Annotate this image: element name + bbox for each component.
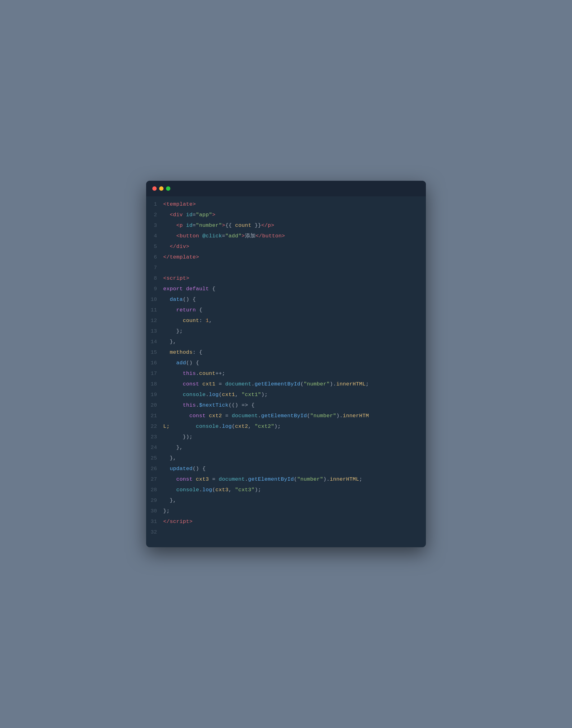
line-number: 3 <box>146 223 163 228</box>
token: </ <box>170 244 176 249</box>
line-content: <script> <box>163 274 189 283</box>
token: 添加 <box>245 233 256 239</box>
line-content: const cxt1 = document.getElementById("nu… <box>163 380 369 388</box>
token: < <box>170 212 173 218</box>
token: 1 <box>202 318 209 323</box>
line-number: 13 <box>146 328 163 334</box>
line-content: }, <box>163 454 176 462</box>
line-number: 17 <box>146 370 163 376</box>
token: < <box>176 223 180 228</box>
code-line: 25 }, <box>146 453 426 464</box>
token: p <box>268 223 271 228</box>
code-line: 27 const cxt3 = document.getElementById(… <box>146 475 426 485</box>
line-number: 7 <box>146 265 163 271</box>
token <box>163 392 183 398</box>
token: cxt2 <box>235 423 248 429</box>
token: ); <box>261 392 268 398</box>
line-content: return { <box>163 306 202 314</box>
token: }); <box>183 434 193 440</box>
line-content: }; <box>163 507 170 515</box>
token: getElementById <box>248 476 294 482</box>
token: () { <box>193 466 206 472</box>
line-number: 19 <box>146 392 163 398</box>
line-content: updated() { <box>163 465 206 473</box>
token: }; <box>176 328 183 334</box>
line-content: count: 1, <box>163 316 212 325</box>
token: "cxt1" <box>241 392 261 398</box>
token: ); <box>274 423 281 429</box>
line-content <box>163 528 167 536</box>
token: script <box>167 275 186 281</box>
token: ( <box>219 392 222 398</box>
line-content: console.log(cxt3, "cxt3"); <box>163 486 261 494</box>
line-content: <div id="app"> <box>163 210 215 219</box>
token: id <box>186 223 193 228</box>
token: = <box>215 381 225 387</box>
line-content: console.log(cxt1, "cxt1"); <box>163 390 268 399</box>
token: "number" <box>304 381 330 387</box>
token: { <box>196 307 202 313</box>
token: innerHTM <box>343 413 369 419</box>
line-number: 30 <box>146 508 163 514</box>
token: </ <box>163 254 170 260</box>
token: "number" <box>196 223 222 228</box>
code-line: 4 <button @click="add">添加</button> <box>146 231 426 242</box>
token: . <box>199 487 203 493</box>
token: </ <box>163 519 170 525</box>
token: count <box>235 223 252 228</box>
token: cxt3 <box>215 487 228 493</box>
token: const <box>176 476 193 482</box>
line-content: </template> <box>163 253 199 261</box>
line-content: }; <box>163 327 183 336</box>
token: </ <box>256 233 262 239</box>
token: > <box>222 223 225 228</box>
line-content: }, <box>163 338 176 346</box>
maximize-button[interactable] <box>166 186 170 191</box>
token: "cxt3" <box>235 487 255 493</box>
token: template <box>167 201 193 207</box>
line-content: data() { <box>163 295 196 304</box>
token: export <box>163 286 183 292</box>
token: > <box>282 233 285 239</box>
token: button <box>262 233 282 239</box>
token <box>163 349 170 355</box>
close-button[interactable] <box>152 186 157 191</box>
token <box>163 233 176 239</box>
token: , <box>248 423 255 429</box>
token: = <box>222 413 232 419</box>
token <box>183 223 186 228</box>
token: methods <box>170 349 193 355</box>
code-line: 5 </div> <box>146 242 426 252</box>
token <box>163 212 170 218</box>
token: ( <box>300 381 304 387</box>
token <box>163 476 176 482</box>
line-content: <p id="number">{{ count }}</p> <box>163 221 274 230</box>
code-line: 13 }; <box>146 326 426 337</box>
code-editor: 1<template>2 <div id="app">3 <p id="numb… <box>146 196 426 547</box>
token: console <box>176 487 199 493</box>
token: : { <box>193 349 203 355</box>
token: const <box>189 413 206 419</box>
code-line: 14 }, <box>146 337 426 348</box>
token <box>163 328 176 334</box>
code-line: 20 this.$nextTick(() => { <box>146 401 426 411</box>
token: button <box>180 233 199 239</box>
token: () { <box>186 360 199 366</box>
code-line: 26 updated() { <box>146 464 426 475</box>
line-number: 20 <box>146 402 163 408</box>
token: > <box>241 233 245 239</box>
line-content: }); <box>163 433 193 441</box>
minimize-button[interactable] <box>159 186 163 191</box>
line-content: const cxt3 = document.getElementById("nu… <box>163 475 362 483</box>
token: template <box>170 254 196 260</box>
line-number: 32 <box>146 529 163 535</box>
token: }, <box>170 497 176 503</box>
token: log <box>202 487 212 493</box>
token: div <box>176 244 186 249</box>
token: document <box>232 413 258 419</box>
code-line: 3 <p id="number">{{ count }}</p> <box>146 221 426 231</box>
token: p <box>180 223 183 228</box>
code-line: 8<script> <box>146 274 426 284</box>
token: ++; <box>215 370 225 376</box>
code-line: 15 methods: { <box>146 348 426 358</box>
